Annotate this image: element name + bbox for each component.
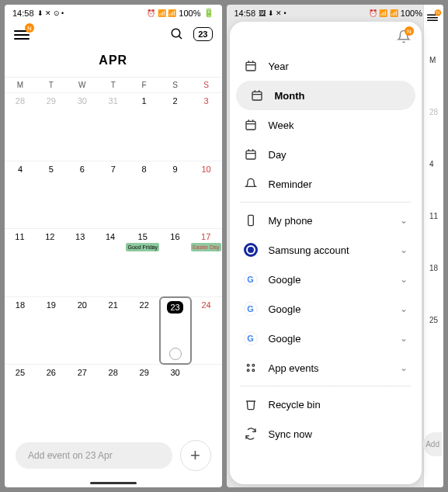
day-cell[interactable]: 16 bbox=[160, 229, 190, 296]
menu-label: Google bbox=[269, 274, 390, 286]
add-fab[interactable]: + bbox=[180, 440, 211, 471]
day-cell[interactable]: 1 bbox=[129, 93, 160, 161]
svg-rect-14 bbox=[246, 151, 255, 159]
day-cell[interactable]: 10 bbox=[191, 161, 222, 229]
day-cell[interactable]: 28 bbox=[5, 93, 36, 161]
day-cell[interactable]: 23 bbox=[159, 296, 192, 366]
menu-item-google[interactable]: GGoogle⌄ bbox=[230, 324, 422, 353]
reminder-icon bbox=[244, 177, 258, 191]
svg-point-0 bbox=[172, 29, 181, 37]
menu-item-month[interactable]: Month bbox=[236, 81, 416, 110]
menu-label: Month bbox=[275, 90, 402, 102]
day-cell[interactable]: 8 bbox=[129, 161, 160, 229]
day-cell[interactable]: 3 bbox=[191, 93, 222, 161]
menu-label: Week bbox=[269, 120, 408, 131]
svg-rect-2 bbox=[246, 62, 255, 71]
day-cell[interactable]: 29 bbox=[129, 365, 160, 432]
status-bar: 14:58🖼 ⬇ ✕ • ⏰ 📶 📶100%🔋 bbox=[227, 5, 444, 21]
status-time: 14:58 bbox=[12, 9, 34, 18]
year-icon bbox=[244, 59, 258, 73]
day-cell[interactable]: 20 bbox=[67, 297, 98, 365]
menu-item-google[interactable]: GGoogle⌄ bbox=[230, 265, 422, 294]
day-cell[interactable]: 15Good Friday bbox=[125, 229, 160, 296]
day-cell[interactable]: 30 bbox=[67, 93, 98, 161]
menu-item-year[interactable]: Year bbox=[230, 51, 422, 81]
day-cell[interactable]: 29 bbox=[36, 93, 67, 161]
day-cell[interactable]: 4 bbox=[5, 161, 36, 229]
strip-day: M bbox=[429, 56, 438, 64]
day-cell[interactable]: 28 bbox=[98, 365, 129, 432]
weekday-header: S bbox=[191, 78, 222, 92]
day-cell[interactable]: 19 bbox=[36, 297, 67, 365]
weekday-header: W bbox=[67, 78, 98, 92]
day-cell[interactable]: 27 bbox=[67, 365, 98, 432]
day-cell[interactable] bbox=[191, 365, 222, 432]
event-chip[interactable]: Easter Day bbox=[191, 243, 221, 251]
day-cell[interactable]: 17Easter Day bbox=[190, 229, 222, 296]
sync-icon bbox=[244, 427, 258, 441]
google-icon: G bbox=[244, 302, 258, 316]
day-cell[interactable]: 21 bbox=[98, 297, 129, 365]
menu-item-week[interactable]: Week bbox=[230, 110, 422, 140]
menu-item-recycle-bin[interactable]: Recycle bin bbox=[230, 390, 422, 419]
google-icon: G bbox=[244, 331, 258, 345]
weekday-header: T bbox=[98, 78, 129, 92]
menu-label: My phone bbox=[269, 215, 390, 227]
add-event-input[interactable]: Add event on 23 Apr bbox=[16, 442, 172, 469]
day-cell[interactable]: 31 bbox=[98, 93, 129, 161]
day-cell[interactable]: 9 bbox=[160, 161, 191, 229]
menu-item-samsung-account[interactable]: Samsung account⌄ bbox=[230, 235, 422, 265]
chevron-down-icon: ⌄ bbox=[400, 274, 408, 285]
menu-item-google[interactable]: GGoogle⌄ bbox=[230, 294, 422, 324]
day-cell[interactable]: 22 bbox=[129, 297, 160, 365]
add-stub[interactable]: Add bbox=[423, 432, 442, 456]
day-cell[interactable]: 18 bbox=[5, 297, 36, 365]
menu-icon[interactable]: N bbox=[427, 12, 438, 21]
menu-item-day[interactable]: Day bbox=[230, 140, 422, 169]
day-cell[interactable]: 24 bbox=[191, 297, 222, 365]
day-cell[interactable]: 14 bbox=[96, 229, 126, 296]
menu-item-app-events[interactable]: App events⌄ bbox=[230, 353, 422, 383]
weekday-header: M bbox=[5, 78, 36, 92]
weekday-header: F bbox=[129, 78, 160, 92]
chevron-down-icon: ⌄ bbox=[400, 333, 408, 344]
svg-rect-10 bbox=[246, 121, 255, 130]
status-time: 14:58 bbox=[234, 9, 256, 18]
day-icon bbox=[244, 147, 258, 161]
day-cell[interactable]: 5 bbox=[36, 161, 67, 229]
event-chip[interactable]: Good Friday bbox=[126, 243, 159, 251]
month-title: APR bbox=[5, 47, 222, 77]
menu-item-reminder[interactable]: Reminder bbox=[230, 169, 422, 199]
chevron-down-icon: ⌄ bbox=[400, 362, 408, 373]
smiley-icon[interactable] bbox=[169, 348, 182, 360]
svg-point-20 bbox=[252, 364, 255, 366]
day-cell[interactable]: 11 bbox=[5, 229, 35, 296]
day-cell[interactable]: 2 bbox=[160, 93, 191, 161]
weekday-header: T bbox=[36, 78, 67, 92]
home-indicator[interactable] bbox=[90, 482, 137, 484]
search-icon[interactable] bbox=[170, 27, 184, 41]
phone-calendar: 14:58⬇ ✕ ⊙ • ⏰ 📶 📶100%🔋 N 23 APR MTWTFSS… bbox=[5, 5, 222, 487]
day-cell[interactable]: 25 bbox=[5, 365, 36, 432]
menu-label: Day bbox=[269, 149, 408, 161]
drawer-panel: N YearMonthWeekDayReminderMy phone⌄Samsu… bbox=[230, 22, 422, 484]
day-cell[interactable]: 26 bbox=[36, 365, 67, 432]
day-cell[interactable]: 12 bbox=[35, 229, 65, 296]
menu-item-my-phone[interactable]: My phone⌄ bbox=[230, 206, 422, 235]
day-cell[interactable]: 7 bbox=[98, 161, 129, 229]
svg-rect-18 bbox=[248, 215, 253, 225]
svg-rect-6 bbox=[252, 92, 262, 100]
day-cell[interactable]: 13 bbox=[65, 229, 96, 296]
trash-icon bbox=[244, 397, 258, 411]
bell-icon[interactable]: N bbox=[397, 29, 411, 43]
notification-badge: N bbox=[435, 9, 441, 16]
today-button[interactable]: 23 bbox=[193, 27, 212, 41]
day-cell[interactable]: 6 bbox=[67, 161, 98, 229]
menu-icon[interactable]: N bbox=[14, 28, 30, 40]
strip-day: 25 bbox=[429, 316, 438, 324]
chevron-down-icon: ⌄ bbox=[400, 215, 408, 226]
menu-label: Reminder bbox=[269, 178, 408, 190]
svg-line-1 bbox=[179, 36, 182, 39]
menu-item-sync-now[interactable]: Sync now bbox=[230, 419, 422, 449]
day-cell[interactable]: 30 bbox=[160, 365, 191, 432]
